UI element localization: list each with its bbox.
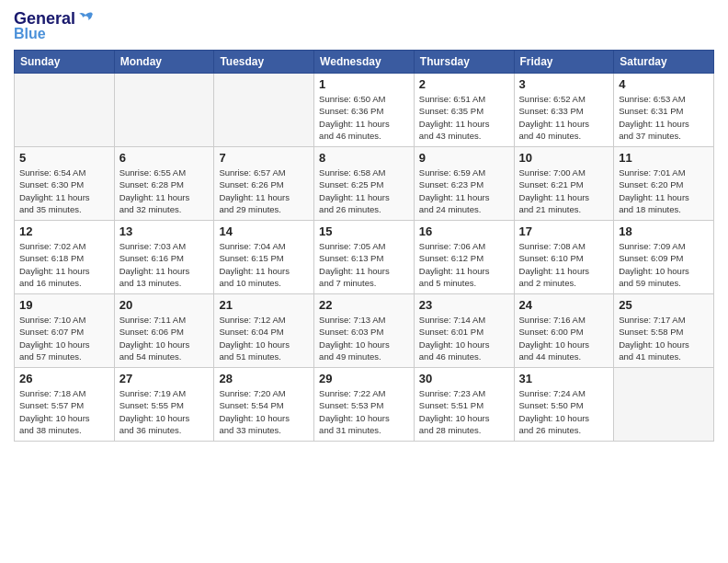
calendar-cell: 28Sunrise: 7:20 AM Sunset: 5:54 PM Dayli… xyxy=(214,368,314,442)
day-number: 20 xyxy=(119,298,210,312)
calendar-table: SundayMondayTuesdayWednesdayThursdayFrid… xyxy=(14,50,714,442)
calendar-cell: 18Sunrise: 7:09 AM Sunset: 6:09 PM Dayli… xyxy=(614,221,714,294)
calendar-cell: 24Sunrise: 7:16 AM Sunset: 6:00 PM Dayli… xyxy=(514,294,614,368)
day-number: 23 xyxy=(419,298,509,312)
week-row-3: 19Sunrise: 7:10 AM Sunset: 6:07 PM Dayli… xyxy=(15,294,714,368)
calendar-cell: 19Sunrise: 7:10 AM Sunset: 6:07 PM Dayli… xyxy=(15,294,115,368)
day-info: Sunrise: 7:20 AM Sunset: 5:54 PM Dayligh… xyxy=(219,387,309,436)
calendar-cell: 13Sunrise: 7:03 AM Sunset: 6:16 PM Dayli… xyxy=(114,221,214,294)
day-header-friday: Friday xyxy=(514,51,614,74)
day-number: 17 xyxy=(519,224,609,238)
day-number: 26 xyxy=(19,372,109,385)
calendar-cell: 8Sunrise: 6:58 AM Sunset: 6:25 PM Daylig… xyxy=(314,147,415,221)
calendar-cell: 4Sunrise: 6:53 AM Sunset: 6:31 PM Daylig… xyxy=(614,74,714,147)
day-info: Sunrise: 7:16 AM Sunset: 6:00 PM Dayligh… xyxy=(519,314,609,362)
week-row-0: 1Sunrise: 6:50 AM Sunset: 6:36 PM Daylig… xyxy=(15,74,714,147)
day-info: Sunrise: 6:54 AM Sunset: 6:30 PM Dayligh… xyxy=(19,167,109,215)
day-number: 18 xyxy=(619,224,709,238)
day-info: Sunrise: 6:50 AM Sunset: 6:36 PM Dayligh… xyxy=(319,93,409,142)
day-info: Sunrise: 6:57 AM Sunset: 6:26 PM Dayligh… xyxy=(219,167,309,215)
day-header-wednesday: Wednesday xyxy=(314,51,415,74)
day-number: 10 xyxy=(519,151,609,165)
calendar-cell: 27Sunrise: 7:19 AM Sunset: 5:55 PM Dayli… xyxy=(114,368,214,442)
day-info: Sunrise: 7:09 AM Sunset: 6:09 PM Dayligh… xyxy=(619,240,709,289)
day-info: Sunrise: 7:23 AM Sunset: 5:51 PM Dayligh… xyxy=(419,387,509,436)
calendar-cell: 30Sunrise: 7:23 AM Sunset: 5:51 PM Dayli… xyxy=(414,368,514,442)
calendar-cell: 25Sunrise: 7:17 AM Sunset: 5:58 PM Dayli… xyxy=(614,294,714,368)
day-info: Sunrise: 7:03 AM Sunset: 6:16 PM Dayligh… xyxy=(119,240,210,289)
calendar-cell: 11Sunrise: 7:01 AM Sunset: 6:20 PM Dayli… xyxy=(614,147,714,221)
day-number: 14 xyxy=(219,224,309,238)
day-header-tuesday: Tuesday xyxy=(214,51,314,74)
day-number: 8 xyxy=(319,151,409,165)
day-info: Sunrise: 7:18 AM Sunset: 5:57 PM Dayligh… xyxy=(19,387,109,436)
day-header-sunday: Sunday xyxy=(15,51,115,74)
calendar-cell: 15Sunrise: 7:05 AM Sunset: 6:13 PM Dayli… xyxy=(314,221,415,294)
calendar-cell: 17Sunrise: 7:08 AM Sunset: 6:10 PM Dayli… xyxy=(514,221,614,294)
day-info: Sunrise: 7:05 AM Sunset: 6:13 PM Dayligh… xyxy=(319,240,409,289)
calendar-cell: 20Sunrise: 7:11 AM Sunset: 6:06 PM Dayli… xyxy=(114,294,214,368)
day-number: 9 xyxy=(419,151,509,165)
day-header-saturday: Saturday xyxy=(614,51,714,74)
day-number: 27 xyxy=(119,372,210,385)
calendar-cell: 26Sunrise: 7:18 AM Sunset: 5:57 PM Dayli… xyxy=(15,368,115,442)
calendar-cell xyxy=(214,74,314,147)
calendar-cell: 1Sunrise: 6:50 AM Sunset: 6:36 PM Daylig… xyxy=(314,74,415,147)
calendar-cell: 6Sunrise: 6:55 AM Sunset: 6:28 PM Daylig… xyxy=(114,147,214,221)
logo: General Blue xyxy=(14,9,96,42)
day-number: 22 xyxy=(319,298,409,312)
day-info: Sunrise: 7:17 AM Sunset: 5:58 PM Dayligh… xyxy=(619,314,709,362)
page-container: General Blue SundayMondayTuesdayWednesda… xyxy=(0,0,728,451)
day-info: Sunrise: 7:10 AM Sunset: 6:07 PM Dayligh… xyxy=(19,314,109,362)
header-row: SundayMondayTuesdayWednesdayThursdayFrid… xyxy=(15,51,714,74)
day-info: Sunrise: 7:19 AM Sunset: 5:55 PM Dayligh… xyxy=(119,387,210,436)
day-number: 11 xyxy=(619,151,709,165)
calendar-cell: 5Sunrise: 6:54 AM Sunset: 6:30 PM Daylig… xyxy=(15,147,115,221)
day-number: 5 xyxy=(19,151,109,165)
day-number: 12 xyxy=(19,224,109,238)
calendar-cell: 23Sunrise: 7:14 AM Sunset: 6:01 PM Dayli… xyxy=(414,294,514,368)
day-number: 30 xyxy=(419,372,509,385)
day-number: 19 xyxy=(19,298,109,312)
day-info: Sunrise: 7:13 AM Sunset: 6:03 PM Dayligh… xyxy=(319,314,409,362)
day-info: Sunrise: 6:53 AM Sunset: 6:31 PM Dayligh… xyxy=(619,93,709,142)
day-number: 4 xyxy=(619,77,709,91)
day-number: 1 xyxy=(319,77,409,91)
day-number: 15 xyxy=(319,224,409,238)
day-number: 16 xyxy=(419,224,509,238)
calendar-cell: 16Sunrise: 7:06 AM Sunset: 6:12 PM Dayli… xyxy=(414,221,514,294)
day-info: Sunrise: 6:55 AM Sunset: 6:28 PM Dayligh… xyxy=(119,167,210,215)
day-info: Sunrise: 6:51 AM Sunset: 6:35 PM Dayligh… xyxy=(419,93,509,142)
day-number: 3 xyxy=(519,77,609,91)
day-number: 24 xyxy=(519,298,609,312)
calendar-cell: 21Sunrise: 7:12 AM Sunset: 6:04 PM Dayli… xyxy=(214,294,314,368)
calendar-cell: 12Sunrise: 7:02 AM Sunset: 6:18 PM Dayli… xyxy=(15,221,115,294)
day-number: 13 xyxy=(119,224,210,238)
calendar-cell xyxy=(614,368,714,442)
day-info: Sunrise: 6:58 AM Sunset: 6:25 PM Dayligh… xyxy=(319,167,409,215)
day-number: 21 xyxy=(219,298,309,312)
day-info: Sunrise: 6:52 AM Sunset: 6:33 PM Dayligh… xyxy=(519,93,609,142)
day-info: Sunrise: 7:11 AM Sunset: 6:06 PM Dayligh… xyxy=(119,314,210,362)
day-info: Sunrise: 7:01 AM Sunset: 6:20 PM Dayligh… xyxy=(619,167,709,215)
calendar-cell: 14Sunrise: 7:04 AM Sunset: 6:15 PM Dayli… xyxy=(214,221,314,294)
week-row-2: 12Sunrise: 7:02 AM Sunset: 6:18 PM Dayli… xyxy=(15,221,714,294)
day-info: Sunrise: 7:06 AM Sunset: 6:12 PM Dayligh… xyxy=(419,240,509,289)
calendar-cell: 29Sunrise: 7:22 AM Sunset: 5:53 PM Dayli… xyxy=(314,368,415,442)
calendar-cell: 31Sunrise: 7:24 AM Sunset: 5:50 PM Dayli… xyxy=(514,368,614,442)
day-info: Sunrise: 7:12 AM Sunset: 6:04 PM Dayligh… xyxy=(219,314,309,362)
day-info: Sunrise: 7:08 AM Sunset: 6:10 PM Dayligh… xyxy=(519,240,609,289)
day-number: 7 xyxy=(219,151,309,165)
week-row-1: 5Sunrise: 6:54 AM Sunset: 6:30 PM Daylig… xyxy=(15,147,714,221)
calendar-cell: 7Sunrise: 6:57 AM Sunset: 6:26 PM Daylig… xyxy=(214,147,314,221)
day-number: 28 xyxy=(219,372,309,385)
day-info: Sunrise: 7:24 AM Sunset: 5:50 PM Dayligh… xyxy=(519,387,609,436)
day-info: Sunrise: 7:02 AM Sunset: 6:18 PM Dayligh… xyxy=(19,240,109,289)
day-number: 31 xyxy=(519,372,609,385)
day-number: 2 xyxy=(419,77,509,91)
day-info: Sunrise: 7:04 AM Sunset: 6:15 PM Dayligh… xyxy=(219,240,309,289)
calendar-cell xyxy=(15,74,115,147)
logo-blue: Blue xyxy=(14,26,46,42)
day-number: 25 xyxy=(619,298,709,312)
calendar-cell: 22Sunrise: 7:13 AM Sunset: 6:03 PM Dayli… xyxy=(314,294,415,368)
